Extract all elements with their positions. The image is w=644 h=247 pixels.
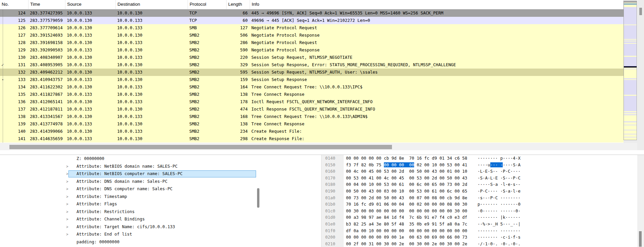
packet-row[interactable]: 130283.40834090710.0.0.13010.0.0.133SMB2…	[0, 54, 624, 61]
packet-list-vertical-scrollbar-thumb[interactable]	[639, 8, 642, 15]
packet-row[interactable]: 124283.37742739510.0.0.13310.0.0.130TCP6…	[0, 9, 624, 17]
column-header-length[interactable]: Length	[227, 0, 250, 9]
hex-bytes[interactable]: 00 04 00 10 00 53 00 61 00 6c 00 65 00 7…	[346, 181, 467, 188]
chevron-right-icon[interactable]: >	[66, 170, 71, 178]
tree-item[interactable]: >Attribute: DNS domain name: Sales-PC	[0, 178, 321, 186]
hex-bytes[interactable]: 00 00 00 00 00 cb 9d 8e 70 16 fc d9 01 3…	[346, 155, 467, 162]
chevron-right-icon[interactable]: >	[66, 208, 71, 216]
packet-row[interactable]: 133283.41094375710.0.0.13310.0.0.130SMB2…	[0, 76, 624, 83]
packet-row[interactable]: 131283.40895390510.0.0.13310.0.0.130SMB2…	[0, 61, 624, 69]
column-header-destination[interactable]: Destination	[116, 0, 188, 9]
hex-ascii[interactable]: p······· ·······0	[478, 201, 521, 208]
hex-bytes-selected[interactable]: 00 00 00 00	[384, 162, 414, 167]
hex-row[interactable]: 01e0b3 82 25 a4 3e 80 5f 48 35 0b e9 91 …	[321, 221, 638, 228]
column-header-no[interactable]: No.	[0, 0, 29, 9]
hex-ascii[interactable]: ·····S·a ·l·e·s·-	[478, 181, 521, 188]
hex-bytes[interactable]: b3 82 25 a4 3e 80 5f 48 35 0b e9 91 5f a…	[346, 221, 467, 228]
chevron-right-icon[interactable]: >	[66, 178, 71, 186]
hex-ascii[interactable]: ·L·E·S·- ·P·C····	[478, 168, 521, 175]
packet-row[interactable]: 127283.39152469310.0.0.13310.0.0.130SMB2…	[0, 32, 624, 39]
hex-bytes[interactable]: 00 2f 00 31 00 30 00 2e 00 30 00 2e 00 3…	[346, 241, 467, 247]
packet-details-scrollbar-thumb[interactable]	[257, 188, 259, 208]
hex-ascii[interactable]: ········ |k······	[478, 214, 521, 221]
hex-ascii[interactable]: ·0······ ······0·	[478, 208, 521, 214]
hex-row[interactable]: 020000 00 00 00 00 09 00 1e 00 63 00 69 …	[321, 234, 638, 241]
hex-bytes[interactable]: 00 50 00 43 00 03 00 10 00 53 00 61 00 6…	[346, 188, 467, 195]
chevron-right-icon[interactable]: >	[66, 200, 71, 208]
hex-row[interactable]: 01b070 16 fc d9 01 06 00 04 00 02 00 00 …	[321, 201, 638, 208]
chevron-right-icon[interactable]: >	[66, 185, 71, 193]
column-header-time[interactable]: Time	[29, 0, 65, 9]
packet-row[interactable]: 129283.39209050310.0.0.13310.0.0.130SMB2…	[0, 46, 624, 54]
hex-row[interactable]: 017000 53 00 41 00 4c 00 45 00 53 00 2d …	[321, 175, 638, 181]
hex-bytes[interactable]: 00 a3 98 97 ae 84 1d f4 7c 6b 91 e7 f4 c…	[346, 214, 467, 221]
packet-list-vertical-scrollbar[interactable]	[637, 0, 644, 150]
tree-item[interactable]: >Attribute: Channel Bindings	[0, 215, 321, 223]
hex-ascii[interactable]: ·P·C···· ·S·a·l·e	[478, 188, 521, 195]
hex-ascii[interactable]: ··%·>·_H 5···_··|	[478, 221, 521, 228]
chevron-right-icon[interactable]: >	[66, 231, 71, 238]
hex-bytes[interactable]: 00 30 00 00 00 00 00 00 00 00 00 00 00 0…	[346, 208, 467, 214]
tree-item-label: Attribute: DNS computer name: Sales-PC	[77, 185, 172, 193]
hex-bytes[interactable]: 70 16 fc d9 01 06 00 04 00 02 00 00 00 0…	[346, 201, 467, 208]
hex-row[interactable]: 01f0df 0a 00 10 00 00 00 00 00 00 00 00 …	[321, 228, 638, 234]
tree-item[interactable]: >Attribute: End of list	[0, 231, 321, 238]
column-header-protocol[interactable]: Protocol	[188, 0, 227, 9]
tree-item[interactable]: >Attribute: Flags	[0, 200, 321, 208]
packet-row[interactable]: 132283.40946221210.0.0.13010.0.0.133SMB2…	[0, 69, 624, 76]
hex-bytes[interactable]: 00 00 00 00 00 09 00 1e 00 63 00 69 00 6…	[346, 234, 467, 241]
tree-item[interactable]: >Attribute: Restrictions	[0, 208, 321, 216]
hex-bytes[interactable]: f3 7f 82 0b 75 00 00 00 00 02 00 10 00 5…	[346, 162, 467, 168]
hex-bytes[interactable]: 00 53 00 41 00 4c 00 45 00 53 00 2d 00 5…	[346, 175, 467, 181]
chevron-right-icon[interactable]: >	[66, 215, 71, 223]
tree-item[interactable]: >Attribute: Timestamp	[0, 193, 321, 201]
packet-list-horizontal-scrollbar-thumb[interactable]	[9, 145, 392, 149]
tree-item[interactable]: >Attribute: NetBIOS computer name: SALES…	[0, 170, 321, 178]
tree-item[interactable]: Z: 00000000	[0, 155, 321, 163]
packet-row[interactable]: 137283.41218781110.0.0.13310.0.0.130SMB2…	[0, 106, 624, 113]
column-header-source[interactable]: Source	[65, 0, 116, 9]
packet-row[interactable]: 139283.41377497810.0.0.13310.0.0.130SMB2…	[0, 120, 624, 128]
packet-bytes-vertical-scrollbar[interactable]	[637, 155, 644, 247]
hex-ascii[interactable]: ·S·A·L·E ·S·-·P·C	[478, 175, 521, 181]
tree-item[interactable]: >Attribute: DNS computer name: Sales-PC	[0, 185, 321, 193]
hex-ascii[interactable]: ····u··· ·····S·A	[478, 162, 521, 168]
hex-row[interactable]: 01a000 73 00 2d 00 50 00 43 00 07 00 08 …	[321, 195, 638, 201]
pane-splitter[interactable]	[0, 150, 644, 155]
packet-row[interactable]: 141283.41463565910.0.0.13310.0.0.130SMB2…	[0, 135, 624, 142]
hex-row[interactable]: 01d000 a3 98 97 ae 84 1d f4 7c 6b 91 e7 …	[321, 214, 638, 221]
hex-row[interactable]: 019000 50 00 43 00 03 00 10 00 53 00 61 …	[321, 188, 638, 195]
chevron-right-icon[interactable]: >	[66, 193, 71, 201]
packet-row[interactable]: 136283.41206514110.0.0.13010.0.0.133SMB2…	[0, 98, 624, 106]
hex-ascii[interactable]: ········ ·c·i·f·s	[478, 234, 521, 241]
chevron-right-icon[interactable]: >	[66, 223, 71, 231]
hex-row[interactable]: 014000 00 00 00 00 cb 9d 8e 70 16 fc d9 …	[321, 155, 638, 162]
packet-row[interactable]: 126283.37770961410.0.0.13010.0.0.133SMB1…	[0, 24, 624, 32]
packet-row[interactable]: 134283.41162230210.0.0.13010.0.0.133SMB2…	[0, 83, 624, 91]
tree-item[interactable]: >Attribute: Target Name: cifs/10.0.0.133	[0, 223, 321, 231]
packet-row[interactable]: 125283.37757905910.0.0.13010.0.0.133TCP6…	[0, 17, 624, 24]
hex-row[interactable]: 018000 04 00 10 00 53 00 61 00 6c 00 65 …	[321, 181, 638, 188]
hex-bytes[interactable]: 00 4c 00 45 00 53 00 2d 00 50 00 43 00 0…	[346, 168, 467, 175]
packet-row[interactable]: 140283.41439906610.0.0.13010.0.0.133SMB2…	[0, 128, 624, 135]
tree-item[interactable]: >Attribute: NetBIOS domain name: SALES-P…	[0, 163, 321, 170]
hex-bytes[interactable]: df 0a 00 10 00 00 00 00 00 00 00 00 00 0…	[346, 228, 467, 234]
hex-ascii[interactable]: ········ p····4·X	[478, 155, 521, 162]
chevron-right-icon[interactable]: >	[66, 163, 71, 170]
packet-row[interactable]: 135283.41182786710.0.0.13310.0.0.130SMB2…	[0, 91, 624, 98]
hex-bytes[interactable]: 00 73 00 2d 00 50 00 43 00 07 00 08 00 c…	[346, 195, 467, 201]
hex-ascii[interactable]: ········ ········	[478, 228, 521, 234]
packet-row[interactable]: 128283.39169815810.0.0.13010.0.0.133SMB2…	[0, 39, 624, 46]
hex-ascii-selected[interactable]: ··· ·	[490, 162, 503, 167]
packet-bytes-vertical-scrollbar-thumb[interactable]	[639, 231, 642, 247]
intelligent-scrollbar-minimap[interactable]	[624, 1, 637, 140]
hex-ascii[interactable]: ·s·-·P·C ········	[478, 195, 521, 201]
column-header-info[interactable]: Info	[250, 0, 624, 9]
packet-row[interactable]: 138283.41334156710.0.0.13010.0.0.133SMB2…	[0, 113, 624, 120]
tree-item[interactable]: padding: 00000000	[0, 238, 321, 246]
hex-ascii[interactable]: ·/·1·0·. ·0·.·0·.	[478, 241, 521, 247]
hex-row[interactable]: 0150f3 7f 82 0b 75 00 00 00 00 02 00 10 …	[321, 162, 638, 168]
hex-row[interactable]: 021000 2f 00 31 00 30 00 2e 00 30 00 2e …	[321, 241, 638, 247]
hex-row[interactable]: 01c000 30 00 00 00 00 00 00 00 00 00 00 …	[321, 208, 638, 214]
hex-row[interactable]: 016000 4c 00 45 00 53 00 2d 00 50 00 43 …	[321, 168, 638, 175]
